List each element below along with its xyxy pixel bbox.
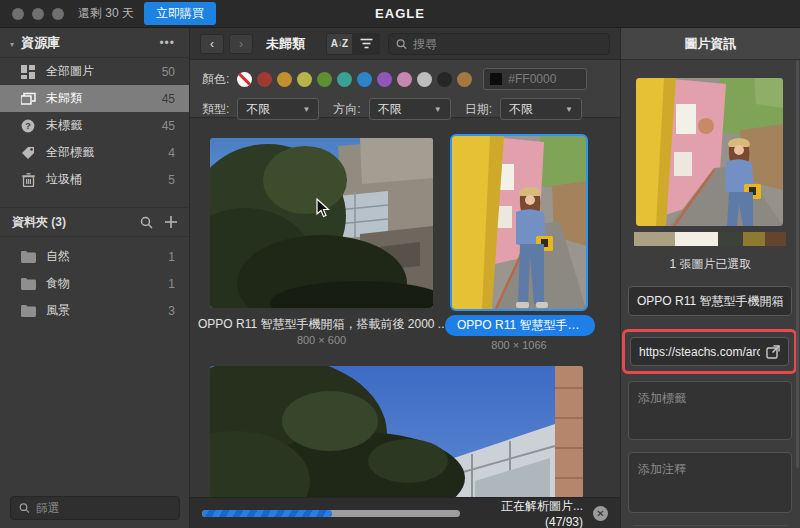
color-swatch-yellow[interactable] (297, 72, 312, 87)
sidebar-filter-input[interactable] (36, 501, 171, 515)
folder-search-icon[interactable] (140, 216, 153, 229)
progress-bar (202, 510, 460, 517)
forward-button[interactable]: › (229, 34, 253, 54)
image-card-sky-building[interactable] (210, 366, 583, 497)
add-folder-icon[interactable] (165, 216, 177, 228)
external-link-icon[interactable] (766, 345, 780, 359)
folder-icon (20, 276, 36, 292)
image-title-input[interactable] (637, 294, 783, 308)
main-content: ‹ › 未歸類 A↓Z 顏色: (190, 28, 620, 528)
search-icon (19, 502, 30, 514)
hex-swatch (490, 73, 502, 85)
image-dimensions: 800 × 1066 (450, 339, 588, 351)
date-filter-dropdown[interactable]: 不限 ▼ (500, 98, 582, 120)
folder-count: 1 (168, 277, 175, 291)
color-swatch-purple[interactable] (377, 72, 392, 87)
question-circle-icon: ? (20, 118, 36, 134)
color-swatch-blue[interactable] (357, 72, 372, 87)
folder-item-landscape[interactable]: 風景 3 (0, 297, 189, 324)
sidebar-item-count: 5 (168, 173, 175, 187)
palette-swatch (675, 232, 718, 246)
folder-item-nature[interactable]: 自然 1 (0, 243, 189, 270)
info-panel-title: 圖片資訊 (621, 28, 800, 60)
svg-text:?: ? (25, 121, 31, 131)
image-card-alley-selected[interactable] (450, 134, 588, 311)
palette-swatch (743, 232, 764, 246)
orientation-filter-dropdown[interactable]: 不限 ▼ (369, 98, 451, 120)
sidebar-item-untagged[interactable]: ? 未標籤 45 (0, 112, 189, 139)
folder-item-food[interactable]: 食物 1 (0, 270, 189, 297)
sidebar-item-all-images[interactable]: 全部圖片 50 (0, 58, 189, 85)
minimize-window-button[interactable] (32, 8, 44, 20)
color-swatch-black[interactable] (437, 72, 452, 87)
image-card-building-trees[interactable] (210, 138, 433, 308)
image-grid: OPPO R11 智慧型手機開箱，搭載前後 2000 ... 800 × 600… (190, 119, 620, 497)
sidebar-item-all-tags[interactable]: 全部標籤 4 (0, 139, 189, 166)
cancel-parsing-icon[interactable]: ✕ (593, 506, 608, 521)
tag-icon (20, 145, 36, 161)
chevron-down-icon: ▼ (302, 105, 310, 114)
sidebar-item-trash[interactable]: 垃圾桶 5 (0, 166, 189, 193)
back-button[interactable]: ‹ (200, 34, 224, 54)
main-search-box[interactable] (388, 33, 610, 55)
photo-sky-building (210, 366, 583, 497)
type-filter-dropdown[interactable]: 不限 ▼ (237, 98, 319, 120)
zoom-window-button[interactable] (52, 8, 64, 20)
folders-header-label: 資料夾 (3) (12, 214, 128, 231)
close-window-button[interactable] (12, 8, 24, 20)
dropdown-value: 不限 (246, 101, 302, 118)
color-swatch-green[interactable] (317, 72, 332, 87)
sidebar-item-uncategorized[interactable]: 未歸類 45 (0, 85, 189, 112)
image-url-input[interactable] (639, 345, 760, 359)
add-tags-box[interactable] (628, 381, 792, 440)
color-swatch-gray[interactable] (417, 72, 432, 87)
status-bar: 正在解析圖片... (47/93) ✕ (190, 497, 620, 528)
dropdown-value: 不限 (509, 101, 565, 118)
panel-divider (633, 525, 788, 526)
panel-scrollbar[interactable] (796, 60, 799, 468)
selection-count-text: 1 張圖片已選取 (621, 256, 800, 273)
sidebar-item-label: 未歸類 (46, 90, 162, 107)
sidebar-item-count: 50 (162, 65, 175, 79)
color-swatch-red[interactable] (257, 72, 272, 87)
library-header-label: 資源庫 (21, 35, 60, 50)
folder-label: 風景 (46, 302, 168, 319)
folder-label: 自然 (46, 248, 168, 265)
photo-preview-alley (636, 78, 783, 226)
image-title-field[interactable] (628, 286, 792, 316)
folder-icon (20, 303, 36, 319)
color-swatch-teal[interactable] (337, 72, 352, 87)
sidebar-item-count: 4 (168, 146, 175, 160)
folder-count: 1 (168, 250, 175, 264)
photo-colorful-alley (452, 136, 586, 309)
no-color-swatch[interactable] (237, 72, 252, 87)
image-color-palette (634, 232, 786, 246)
filter-toggle-button[interactable] (353, 33, 380, 55)
color-swatch-brown[interactable] (457, 72, 472, 87)
grid-icon (20, 64, 36, 80)
image-dimensions: 800 × 600 (210, 334, 433, 346)
hex-placeholder: #FF0000 (508, 72, 556, 86)
photo-building-trees (210, 138, 433, 308)
palette-swatch (765, 232, 786, 246)
library-menu-icon[interactable]: ••• (159, 36, 175, 50)
folders-header: 資料夾 (3) (0, 207, 189, 237)
selected-image-preview (636, 78, 783, 226)
add-notes-input[interactable] (629, 453, 791, 512)
collapse-caret-icon[interactable]: ▾ (10, 40, 14, 49)
hex-color-input[interactable]: #FF0000 (483, 68, 587, 90)
sort-az-button[interactable]: A↓Z (326, 33, 353, 55)
color-swatch-pink[interactable] (397, 72, 412, 87)
chevron-down-icon: ▼ (434, 105, 442, 114)
buy-now-button[interactable]: 立即購買 (144, 2, 216, 25)
dropdown-value: 不限 (378, 101, 434, 118)
main-search-input[interactable] (413, 37, 602, 51)
sidebar-filter-search[interactable] (10, 496, 180, 520)
folder-label: 食物 (46, 275, 168, 292)
add-tags-input[interactable] (629, 382, 791, 439)
folder-count: 3 (168, 304, 175, 318)
add-notes-box[interactable] (628, 452, 792, 513)
sidebar-item-label: 全部圖片 (46, 63, 162, 80)
color-swatch-orange[interactable] (277, 72, 292, 87)
image-url-field[interactable] (630, 337, 789, 366)
